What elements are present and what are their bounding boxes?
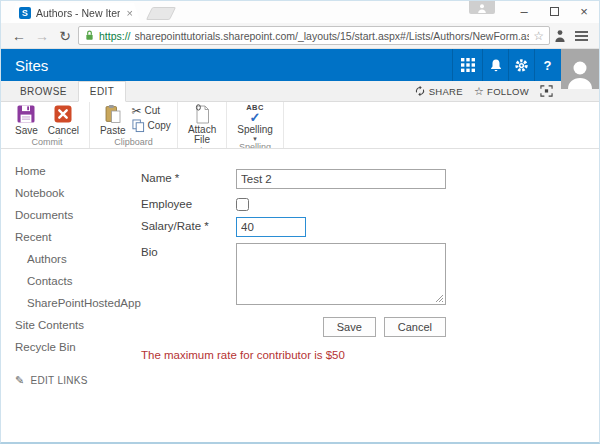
follow-button[interactable]: ☆ FOLLOW — [474, 86, 529, 97]
new-tab-button[interactable] — [146, 7, 176, 20]
cut-label: Cut — [145, 106, 161, 116]
sidebar-item-authors[interactable]: Authors — [15, 253, 131, 265]
sidebar-item-documents[interactable]: Documents — [15, 209, 131, 221]
tab-browse[interactable]: BROWSE — [9, 81, 78, 101]
paste-clipboard-icon — [103, 104, 123, 124]
notifications-button[interactable] — [482, 49, 508, 81]
maximize-button[interactable] — [539, 1, 569, 21]
user-avatar[interactable] — [561, 49, 599, 89]
form-cancel-button[interactable]: Cancel — [384, 317, 446, 337]
minimize-button[interactable]: – — [509, 1, 539, 21]
sidebar-item-recycle-bin[interactable]: Recycle Bin — [15, 341, 131, 353]
sidebar-item-sharepointhostedapp[interactable]: SharePointHostedApp — [15, 297, 131, 309]
ribbon-attach-file-button[interactable]: AttachFile — [184, 103, 220, 145]
attach-file-label: AttachFile — [188, 125, 216, 145]
edit-links-label: EDIT LINKS — [31, 375, 88, 386]
address-bar[interactable]: https:// sharepointtutorials.sharepoint.… — [78, 26, 550, 45]
browser-profile-icon[interactable] — [469, 1, 495, 14]
ribbon-group-commit: Save Cancel Commit — [5, 102, 90, 148]
sidebar-item-recent[interactable]: Recent — [15, 231, 131, 243]
copy-label: Copy — [148, 121, 171, 131]
salary-field-row: Salary/Rate * — [141, 217, 599, 237]
ribbon-group-spelling: ABC ✓ Spelling ▾ Spelling — [227, 102, 284, 148]
suite-bar: Sites — [1, 49, 599, 81]
cut-scissors-icon: ✂ — [132, 106, 142, 116]
resize-handle-icon[interactable] — [435, 294, 444, 303]
sidebar-item-contacts[interactable]: Contacts — [15, 275, 131, 287]
focus-expand-icon — [540, 85, 553, 97]
save-floppy-icon — [16, 104, 36, 124]
ribbon: Save Cancel Commit — [1, 102, 599, 149]
sharepoint-favicon-icon: S — [19, 7, 31, 19]
form-buttons: Save Cancel — [141, 317, 446, 337]
follow-label: FOLLOW — [487, 86, 529, 97]
bio-label: Bio — [141, 243, 236, 307]
attach-file-icon — [193, 104, 211, 124]
maximize-icon — [550, 7, 559, 16]
spelling-label: Spelling — [237, 124, 273, 135]
browser-toolbar: ← → ↻ https:// sharepointtutorials.share… — [1, 23, 599, 49]
url-text: sharepointtutorials.sharepoint.com/_layo… — [135, 30, 530, 42]
employee-label: Employee — [141, 195, 236, 211]
employee-field-row: Employee — [141, 195, 599, 211]
bookmark-star-icon[interactable]: ☆ — [533, 30, 544, 42]
ribbon-paste-button[interactable]: Paste — [96, 103, 130, 136]
tab-close-icon[interactable]: × — [125, 7, 135, 19]
ribbon-cancel-button[interactable]: Cancel — [44, 103, 83, 136]
sidebar-item-site-contents[interactable]: Site Contents — [15, 319, 131, 331]
new-item-form: Name * Employee Salary/Rate * Bio — [131, 149, 599, 444]
back-icon[interactable]: ← — [9, 29, 29, 43]
padlock-icon — [84, 29, 95, 42]
person-icon — [477, 3, 487, 13]
share-button[interactable]: SHARE — [414, 85, 463, 97]
name-input[interactable] — [236, 169, 446, 189]
window-controls: – × — [469, 1, 599, 23]
app-launcher-button[interactable] — [452, 49, 482, 81]
ribbon-right-actions: SHARE ☆ FOLLOW — [414, 81, 553, 101]
person-silhouette-icon — [567, 59, 593, 89]
browser-titlebar: S Authors - New Item × – × — [1, 1, 599, 23]
cancel-x-icon — [53, 104, 73, 124]
ribbon-group-clipboard: Paste ✂ Cut Copy Clipboa — [90, 102, 178, 148]
save-label: Save — [15, 125, 38, 136]
ribbon-spelling-button[interactable]: ABC ✓ Spelling ▾ — [233, 103, 277, 141]
tab-edit[interactable]: EDIT — [78, 81, 126, 102]
sidebar-item-notebook[interactable]: Notebook — [15, 187, 131, 199]
gear-icon — [514, 58, 529, 73]
bio-textarea[interactable] — [236, 243, 446, 305]
sites-title[interactable]: Sites — [15, 57, 48, 74]
ribbon-copy-button[interactable]: Copy — [132, 119, 171, 133]
help-button[interactable]: ? — [534, 49, 560, 81]
suite-icons: ? — [452, 49, 560, 81]
validation-error-text: The maximum rate for contributor is $50 — [141, 349, 599, 361]
spelling-check-icon: ✓ — [250, 112, 261, 123]
menu-icon[interactable] — [570, 31, 593, 41]
settings-button[interactable] — [508, 49, 534, 81]
name-label: Name * — [141, 169, 236, 189]
forward-icon[interactable]: → — [32, 29, 52, 43]
page-content: Home Notebook Documents Recent Authors C… — [1, 149, 599, 444]
close-button[interactable]: × — [569, 1, 599, 21]
extension-icon[interactable] — [553, 29, 567, 43]
sidebar-item-home[interactable]: Home — [15, 165, 131, 177]
group-label-commit: Commit — [11, 136, 83, 149]
edit-links-button[interactable]: ✎ EDIT LINKS — [15, 375, 131, 386]
pencil-icon: ✎ — [15, 375, 25, 386]
share-icon — [414, 85, 426, 97]
url-scheme: https:// — [99, 30, 131, 42]
form-save-button[interactable]: Save — [323, 317, 376, 337]
ribbon-cut-button[interactable]: ✂ Cut — [132, 106, 171, 116]
paste-label: Paste — [100, 125, 126, 136]
employee-checkbox[interactable] — [236, 198, 249, 211]
sidebar-nav: Home Notebook Documents Recent Authors C… — [1, 149, 131, 444]
ribbon-save-button[interactable]: Save — [11, 103, 42, 136]
ribbon-group-actions: AttachFile Actions — [178, 102, 227, 148]
follow-star-icon: ☆ — [474, 86, 484, 97]
reload-icon[interactable]: ↻ — [55, 29, 75, 43]
focus-content-button[interactable] — [540, 85, 553, 97]
bio-field-row: Bio — [141, 243, 599, 307]
browser-tab[interactable]: S Authors - New Item × — [9, 3, 141, 23]
ribbon-tab-row: BROWSE EDIT SHARE ☆ FOLLOW — [1, 81, 599, 102]
salary-input[interactable] — [236, 217, 306, 237]
group-label-clipboard: Clipboard — [96, 136, 171, 149]
